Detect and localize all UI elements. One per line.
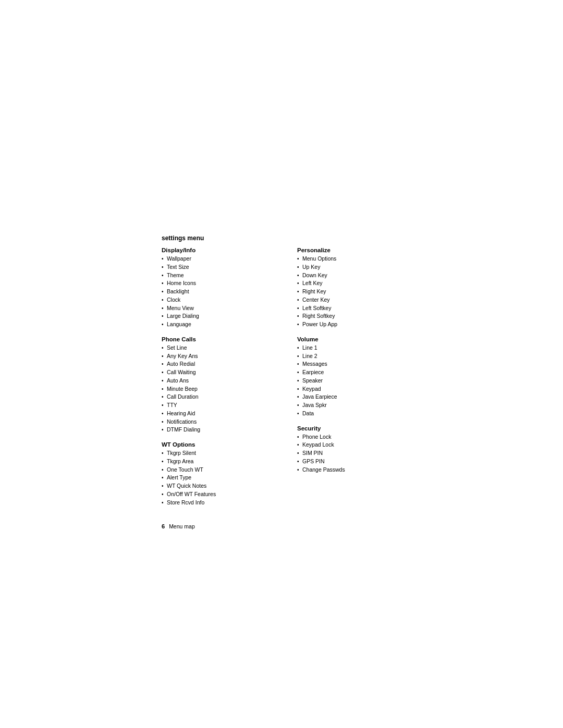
page-title: settings menu xyxy=(162,235,422,242)
list-item: Tkgrp Silent xyxy=(162,449,287,458)
list-item: Menu View xyxy=(162,304,287,313)
list-item: Clock xyxy=(162,296,287,304)
section-list-display-info: WallpaperText SizeThemeHome IconsBacklig… xyxy=(162,255,287,329)
list-item: Center Key xyxy=(297,296,422,304)
section-display-info: Display/InfoWallpaperText SizeThemeHome … xyxy=(162,247,287,329)
section-list-phone-calls: Set LineAny Key AnsAuto RedialCall Waiti… xyxy=(162,344,287,434)
section-phone-calls: Phone CallsSet LineAny Key AnsAuto Redia… xyxy=(162,336,287,434)
list-item: Line 1 xyxy=(297,344,422,352)
list-item: Phone Lock xyxy=(297,433,422,441)
section-header-phone-calls: Phone Calls xyxy=(162,336,287,342)
list-item: Auto Ans xyxy=(162,377,287,385)
footer-area: 6 Menu map xyxy=(162,523,422,529)
list-item: Hearing Aid xyxy=(162,410,287,418)
list-item: Java Spkr xyxy=(297,401,422,410)
section-volume: VolumeLine 1Line 2MessagesEarpieceSpeake… xyxy=(297,336,422,418)
list-item: Home Icons xyxy=(162,279,287,288)
section-security: SecurityPhone LockKeypad LockSIM PINGPS … xyxy=(297,425,422,474)
list-item: Keypad Lock xyxy=(297,441,422,449)
list-item: Call Duration xyxy=(162,393,287,401)
list-item: Right Key xyxy=(297,288,422,296)
content-area: settings menu Display/InfoWallpaperText … xyxy=(162,235,422,529)
right-column: PersonalizeMenu OptionsUp KeyDown KeyLef… xyxy=(297,247,422,514)
section-header-wt-options: WT Options xyxy=(162,441,287,448)
section-header-display-info: Display/Info xyxy=(162,247,287,253)
section-wt-options: WT OptionsTkgrp SilentTkgrp AreaOne Touc… xyxy=(162,441,287,507)
section-list-wt-options: Tkgrp SilentTkgrp AreaOne Touch WTAlert … xyxy=(162,449,287,507)
section-list-security: Phone LockKeypad LockSIM PINGPS PINChang… xyxy=(297,433,422,474)
list-item: Up Key xyxy=(297,263,422,272)
list-item: Menu Options xyxy=(297,255,422,263)
list-item: Call Waiting xyxy=(162,368,287,377)
section-header-personalize: Personalize xyxy=(297,247,422,253)
list-item: Theme xyxy=(162,272,287,280)
list-item: Messages xyxy=(297,360,422,368)
section-header-security: Security xyxy=(297,425,422,431)
section-header-volume: Volume xyxy=(297,336,422,342)
list-item: Earpiece xyxy=(297,368,422,377)
list-item: Change Passwds xyxy=(297,466,422,474)
list-item: On/Off WT Features xyxy=(162,490,287,499)
list-item: WT Quick Notes xyxy=(162,482,287,490)
list-item: Auto Redial xyxy=(162,360,287,368)
list-item: Alert Type xyxy=(162,474,287,482)
list-item: Tkgrp Area xyxy=(162,458,287,466)
list-item: Right Softkey xyxy=(297,312,422,320)
list-item: Left Key xyxy=(297,279,422,288)
list-item: Wallpaper xyxy=(162,255,287,263)
list-item: Speaker xyxy=(297,377,422,385)
list-item: Any Key Ans xyxy=(162,352,287,361)
list-item: Language xyxy=(162,320,287,329)
list-item: Large Dialing xyxy=(162,312,287,320)
list-item: Minute Beep xyxy=(162,385,287,393)
list-item: GPS PIN xyxy=(297,458,422,466)
list-item: Store Rcvd Info xyxy=(162,499,287,507)
section-list-personalize: Menu OptionsUp KeyDown KeyLeft KeyRight … xyxy=(297,255,422,329)
footer-page-number: 6 xyxy=(162,523,165,529)
list-item: Power Up App xyxy=(297,320,422,329)
list-item: Data xyxy=(297,410,422,418)
list-item: Text Size xyxy=(162,263,287,272)
list-item: Set Line xyxy=(162,344,287,352)
section-list-volume: Line 1Line 2MessagesEarpieceSpeakerKeypa… xyxy=(297,344,422,418)
list-item: Notifications xyxy=(162,418,287,426)
list-item: One Touch WT xyxy=(162,466,287,474)
list-item: Backlight xyxy=(162,288,287,296)
list-item: Java Earpiece xyxy=(297,393,422,401)
page: settings menu Display/InfoWallpaperText … xyxy=(0,0,563,728)
footer-label: Menu map xyxy=(169,523,195,529)
list-item: SIM PIN xyxy=(297,449,422,458)
section-personalize: PersonalizeMenu OptionsUp KeyDown KeyLef… xyxy=(297,247,422,329)
list-item: Down Key xyxy=(297,272,422,280)
list-item: Keypad xyxy=(297,385,422,393)
list-item: Left Softkey xyxy=(297,304,422,313)
list-item: DTMF Dialing xyxy=(162,426,287,434)
list-item: TTY xyxy=(162,401,287,410)
list-item: Line 2 xyxy=(297,352,422,361)
menu-grid: Display/InfoWallpaperText SizeThemeHome … xyxy=(162,247,422,514)
left-column: Display/InfoWallpaperText SizeThemeHome … xyxy=(162,247,287,514)
